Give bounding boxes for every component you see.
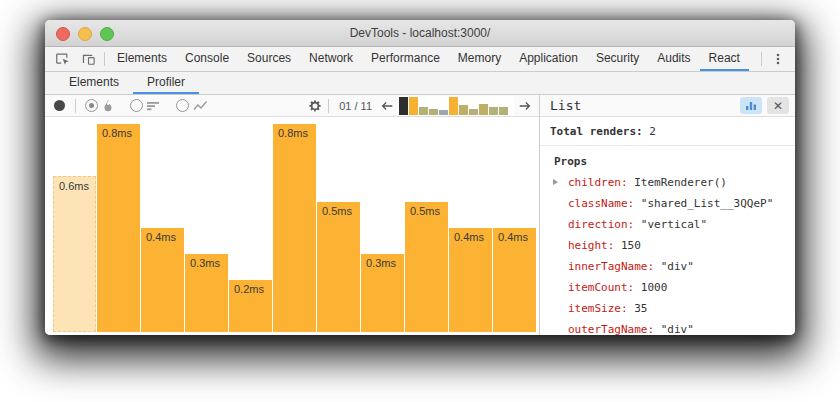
minimize-window-button[interactable] [78, 27, 92, 41]
ranked-view-option[interactable] [130, 99, 160, 112]
sub-tabs: ElementsProfiler [55, 72, 199, 94]
selected-component-header: List ✕ [540, 95, 795, 117]
tab-console[interactable]: Console [176, 47, 238, 71]
settings-gear-icon[interactable] [305, 99, 325, 113]
commit-duration-label: 0.6ms [59, 180, 89, 192]
commit-bar-9[interactable]: 0.5ms [405, 202, 448, 332]
prop-key: innerTagName: [568, 260, 654, 273]
commit-duration-label: 0.2ms [234, 283, 264, 295]
commit-selector-minimap[interactable] [398, 96, 514, 116]
component-renders-chart-icon[interactable] [740, 97, 762, 114]
expand-triangle-icon[interactable] [553, 179, 558, 185]
minimap-commit-bar-8[interactable] [469, 109, 478, 115]
commit-counter: 01 / 11 [339, 100, 372, 112]
interactions-radio[interactable] [176, 99, 189, 112]
ranked-radio[interactable] [130, 99, 143, 112]
flamegraph-view-option[interactable] [85, 99, 114, 112]
more-options-icon[interactable] [765, 47, 791, 71]
minimap-commit-bar-11[interactable] [499, 107, 508, 115]
commit-bar-6[interactable]: 0.8ms [273, 124, 316, 332]
commit-duration-label: 0.4ms [146, 231, 176, 243]
devtools-tab-bar: ElementsConsoleSourcesNetworkPerformance… [45, 47, 795, 72]
prop-row-children: children: ItemRenderer() [540, 172, 795, 193]
total-renders: Total renders: 2 [540, 117, 795, 146]
close-icon[interactable]: ✕ [767, 97, 789, 114]
next-commit-arrow-icon[interactable] [517, 100, 533, 112]
minimap-commit-bar-5[interactable] [439, 110, 448, 115]
ranked-chart-icon [147, 100, 160, 112]
commit-duration-label: 0.5ms [322, 205, 352, 217]
tab-performance[interactable]: Performance [362, 47, 449, 71]
commit-bar-4[interactable]: 0.3ms [185, 254, 228, 332]
commit-bar-8[interactable]: 0.3ms [361, 254, 404, 332]
tab-audits[interactable]: Audits [648, 47, 699, 71]
commit-duration-label: 0.4ms [454, 231, 484, 243]
tab-security[interactable]: Security [587, 47, 648, 71]
close-window-button[interactable] [56, 27, 70, 41]
devtools-window: DevTools - localhost:3000/ ElementsConso… [45, 20, 795, 335]
prop-key: direction: [568, 218, 634, 231]
commit-duration-label: 0.4ms [498, 231, 528, 243]
prev-commit-arrow-icon[interactable] [379, 100, 395, 112]
prop-row-className: className: "shared_List__3QQeP" [540, 193, 795, 214]
divider [328, 99, 329, 113]
minimap-commit-bar-1[interactable] [399, 97, 408, 115]
commit-bar-3[interactable]: 0.4ms [141, 228, 184, 332]
tab-application[interactable]: Application [510, 47, 587, 71]
commit-bar-10[interactable]: 0.4ms [449, 228, 492, 332]
zoom-window-button[interactable] [100, 27, 114, 41]
interactions-view-option[interactable] [176, 99, 208, 112]
tab-memory[interactable]: Memory [449, 47, 510, 71]
prop-key: itemSize: [568, 302, 628, 315]
commit-duration-label: 0.3ms [190, 257, 220, 269]
minimap-commit-bar-7[interactable] [459, 105, 468, 115]
divider [761, 52, 762, 66]
tab-network[interactable]: Network [300, 47, 362, 71]
minimap-commit-bar-9[interactable] [479, 104, 488, 115]
minimap-commit-bar-10[interactable] [489, 107, 498, 115]
selected-component-name: List [550, 98, 581, 113]
window-title: DevTools - localhost:3000/ [350, 26, 491, 40]
prop-value: "div" [654, 260, 694, 273]
interactions-chart-icon [193, 100, 208, 112]
profiler-content: 01 / 11 0.6ms0.8ms0.4ms0.3ms0.2ms0.8ms0.… [45, 95, 795, 335]
minimap-commit-bar-4[interactable] [429, 109, 438, 115]
prop-row-itemSize: itemSize: 35 [540, 298, 795, 319]
desktop: { "window": { "title": "DevTools - local… [0, 0, 840, 402]
commit-bar-5[interactable]: 0.2ms [229, 280, 272, 332]
prop-row-innerTagName: innerTagName: "div" [540, 256, 795, 277]
prop-value: "shared_List__3QQeP" [634, 197, 773, 210]
minimap-commit-bar-6[interactable] [449, 97, 458, 115]
commit-bar-11[interactable]: 0.4ms [493, 228, 536, 332]
tabbar-right [758, 47, 795, 71]
profiler-right-pane: List ✕ Total renders: 2 Props children: … [539, 95, 795, 335]
subtab-elements[interactable]: Elements [55, 72, 133, 94]
tab-elements[interactable]: Elements [108, 47, 176, 71]
profiler-toolbar: 01 / 11 [45, 95, 539, 117]
flamegraph-radio[interactable] [85, 99, 98, 112]
props-section-label: Props [540, 146, 795, 172]
window-controls [56, 27, 114, 41]
tab-react[interactable]: React [700, 47, 749, 71]
prop-row-outerTagName: outerTagName: "div" [540, 319, 795, 335]
prop-row-direction: direction: "vertical" [540, 214, 795, 235]
prop-value: "div" [654, 323, 694, 335]
minimap-commit-bar-2[interactable] [409, 97, 418, 115]
commit-bar-2[interactable]: 0.8ms [97, 124, 140, 332]
title-bar[interactable]: DevTools - localhost:3000/ [45, 20, 795, 47]
inspect-element-icon[interactable] [49, 47, 75, 71]
total-renders-label: Total renders: [550, 125, 643, 138]
subtab-profiler[interactable]: Profiler [133, 72, 199, 94]
tab-sources[interactable]: Sources [238, 47, 300, 71]
prop-row-height: height: 150 [540, 235, 795, 256]
commit-bar-1[interactable]: 0.6ms [53, 176, 96, 332]
commit-duration-label: 0.5ms [410, 205, 440, 217]
record-icon[interactable] [54, 100, 65, 111]
commit-bar-7[interactable]: 0.5ms [317, 202, 360, 332]
prop-key: itemCount: [568, 281, 634, 294]
minimap-commit-bar-3[interactable] [419, 107, 428, 115]
device-toolbar-icon[interactable] [75, 47, 101, 71]
divider [104, 52, 105, 66]
prop-row-itemCount: itemCount: 1000 [540, 277, 795, 298]
flame-icon [102, 99, 114, 112]
